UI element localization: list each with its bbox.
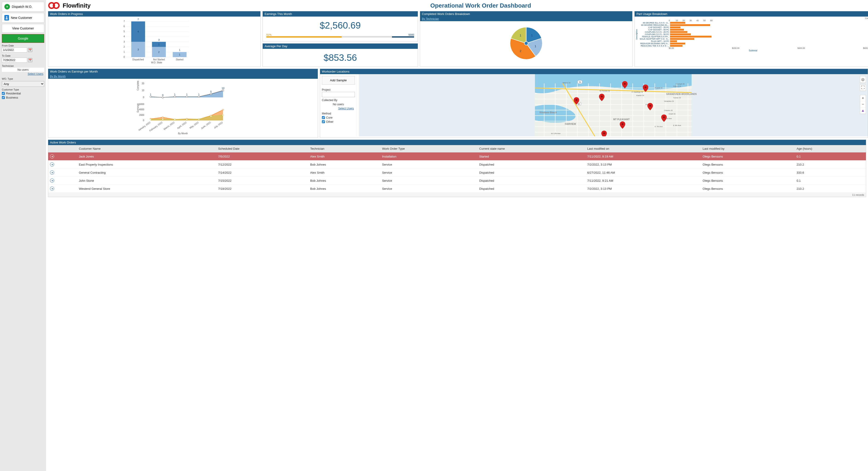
table-header[interactable]: Customer Name [77, 145, 216, 153]
svg-text:2000: 2000 [139, 114, 145, 116]
svg-text:1: 1 [158, 43, 160, 46]
table-header[interactable]: Last modified on [586, 145, 701, 153]
table-row[interactable]: ➜ John Stone7/15/2022Bob JohnesServiceDi… [48, 177, 866, 185]
table-row[interactable]: ➜ Jack Jones7/5/2022Alex SmithInstallati… [48, 153, 866, 160]
by-technician-link[interactable]: By Technician [420, 17, 632, 21]
arrow-right-icon[interactable]: ➜ [50, 170, 54, 175]
svg-text:5: 5 [124, 30, 125, 33]
dispatch-wo-button[interactable]: + Dispatch W.O. [2, 2, 44, 11]
panel-title: Average Per Day [263, 43, 418, 49]
svg-text:7: 7 [137, 18, 139, 21]
wotype-select[interactable]: Any [2, 81, 44, 87]
table-header[interactable]: Work Order Type [380, 145, 477, 153]
wo-earnings-panel: Work Orders vs Earnings per Month By By … [48, 69, 318, 138]
add-sample-button[interactable]: Add Sample [322, 76, 355, 85]
map[interactable]: W Pender StE Hastings StPowell StOxford … [359, 74, 868, 136]
table-header[interactable] [48, 145, 77, 153]
arrow-right-icon[interactable]: ➜ [50, 187, 54, 191]
calendar-icon[interactable]: 📅 [28, 58, 32, 62]
svg-point-76 [198, 118, 199, 120]
svg-point-137 [624, 83, 626, 85]
svg-text:W.O. State: W.O. State [151, 61, 162, 64]
table-header[interactable]: Last modified by [701, 145, 795, 153]
map-zoom-controls[interactable]: +−▲ [860, 95, 866, 114]
pie-chart: 1121 [422, 23, 631, 63]
project-input[interactable] [322, 92, 355, 97]
calendar-icon[interactable]: 📅 [28, 48, 32, 52]
svg-text:May, 2022: May, 2022 [189, 121, 199, 129]
svg-text:6000: 6000 [139, 103, 145, 105]
svg-text:7: 7 [124, 20, 125, 23]
map-locate-button[interactable]: ◎ [860, 76, 866, 83]
svg-point-138 [649, 105, 651, 107]
technician-label: Technician [2, 64, 44, 67]
arrow-right-icon[interactable]: ➜ [50, 162, 54, 166]
svg-text:April, 2022: April, 2022 [177, 121, 187, 129]
svg-point-140 [603, 132, 605, 134]
svg-text:Triumph St: Triumph St [675, 83, 685, 85]
svg-text:Complete...: Complete... [137, 80, 139, 91]
table-header[interactable]: Scheduled Date [216, 145, 309, 153]
earnings-month-panel: Earnings This Month $2,560.69 51%5000 [262, 11, 418, 41]
svg-text:3: 3 [137, 48, 139, 51]
google-button[interactable]: Google [2, 34, 44, 43]
svg-point-74 [174, 119, 176, 120]
svg-text:10: 10 [222, 87, 224, 90]
collected-label: Collected By [322, 99, 355, 102]
arrow-right-icon[interactable]: ➜ [50, 179, 54, 183]
view-customer-button[interactable]: View Customer [2, 24, 44, 33]
table-row[interactable]: ➜ Westend General Store7/18/2022Bob John… [48, 185, 866, 193]
svg-text:4: 4 [124, 35, 125, 38]
to-date-input[interactable] [2, 58, 27, 63]
svg-point-136 [601, 96, 602, 97]
wotype-label: WO. Type [2, 77, 44, 80]
table-row[interactable]: ➜ East Property Inspections7/12/2022Bob … [48, 160, 866, 168]
to-date-label: To Date [2, 54, 44, 57]
earnings-progress [267, 36, 414, 37]
zoom-in-button: + [860, 95, 866, 101]
new-customer-button[interactable]: New Customer [2, 13, 44, 23]
business-checkbox[interactable]: Business [2, 96, 44, 99]
svg-point-135 [576, 99, 577, 101]
other-checkbox[interactable]: Other [322, 120, 355, 123]
residential-checkbox[interactable]: Residential [2, 92, 44, 95]
core-checkbox[interactable]: Core [322, 116, 355, 119]
panel-title: Workorder Locations [320, 69, 868, 74]
hbar-row: CAP SOCKET - 50 PC [638, 29, 868, 31]
svg-text:By Month: By Month [178, 132, 188, 135]
svg-text:E 6th Ave: E 6th Ave [673, 124, 681, 126]
table-header[interactable]: Technician [308, 145, 380, 153]
select-users-link[interactable]: Select Users [2, 72, 44, 76]
by-month-link[interactable]: By By Month [48, 74, 318, 79]
svg-text:1: 1 [150, 93, 151, 96]
page-title: Operational Work Order Dashboard [95, 2, 866, 9]
arrow-right-icon[interactable]: ➜ [50, 154, 54, 158]
table-row[interactable]: ➜ General Contracting7/14/2022Alex Smith… [48, 168, 866, 177]
panel-title: Active Work Orders [48, 140, 866, 145]
map-pin-icon[interactable] [601, 131, 607, 136]
svg-point-71 [222, 109, 224, 110]
collected-nousers: No users [322, 102, 355, 106]
svg-text:10: 10 [142, 89, 145, 92]
table-header[interactable]: Age (hours) [795, 145, 866, 153]
avg-day-value: $853.56 [264, 50, 416, 65]
svg-text:20: 20 [142, 82, 145, 85]
from-date-input[interactable] [2, 48, 27, 53]
svg-text:W Pender St: W Pender St [599, 90, 610, 92]
avg-day-panel: Average Per Day $853.56 [262, 43, 418, 67]
svg-text:2: 2 [158, 51, 160, 54]
wo-progress-chart: Count 01234567347Dispatched213Not Starte… [50, 18, 259, 64]
hbar-row: REDUCING TEE S X S X S -... [638, 45, 868, 47]
select-users-link[interactable]: Select Users [322, 106, 355, 111]
records-count: 11 records [48, 193, 866, 197]
panel-title: Earnings This Month [263, 11, 418, 17]
svg-text:1: 1 [179, 53, 180, 56]
svg-text:2: 2 [124, 45, 125, 48]
svg-text:W 12th Ave: W 12th Ave [551, 132, 560, 134]
hbar-row: CAP SOCKET - 25 PC [638, 26, 868, 29]
map-fullscreen-button[interactable]: ⛶ [860, 84, 866, 91]
table-header[interactable]: Current state name [477, 145, 586, 153]
method-label: Method [322, 112, 355, 115]
part-usage-panel: Part Usage Breakdown Count 0102030405060… [634, 11, 868, 67]
customer-type-label: Customer Type [2, 88, 44, 91]
